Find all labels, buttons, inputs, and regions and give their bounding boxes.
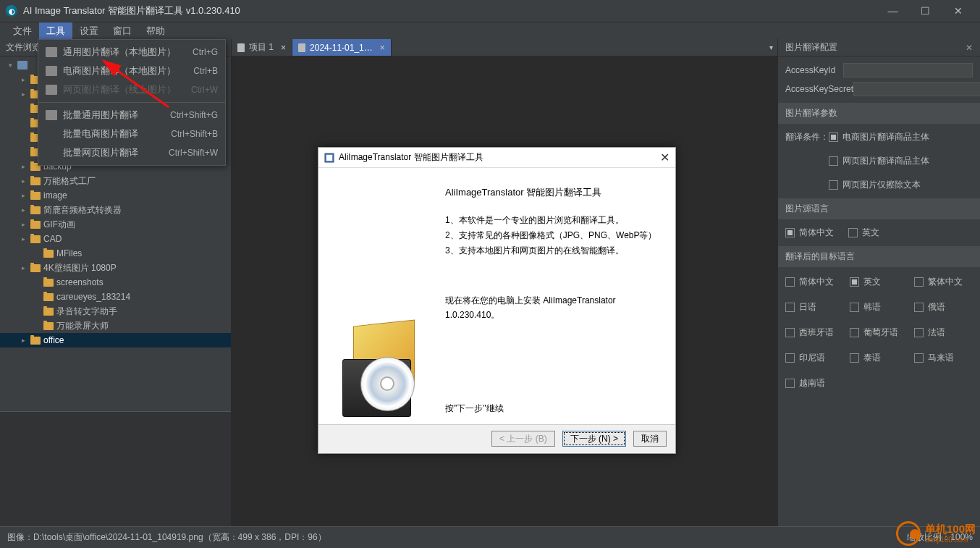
menu-item[interactable]: 通用图片翻译（本地图片）Ctrl+G (38, 43, 225, 62)
expand-icon[interactable]: ▸ (19, 337, 28, 344)
document-tab[interactable]: 项目 1× (232, 39, 292, 56)
checkbox-icon[interactable] (785, 353, 795, 363)
target-lang-option[interactable]: 泰语 (850, 349, 908, 367)
checkbox-icon[interactable] (850, 303, 859, 312)
source-lang-option[interactable]: 英文 (848, 224, 879, 242)
checkbox-icon[interactable] (829, 132, 838, 142)
installer-install-msg: 现在将在您的电脑上安装 AliImageTranslator 1.0.230.4… (445, 294, 661, 321)
folder-icon (30, 192, 41, 200)
checkbox-icon[interactable] (850, 353, 859, 363)
expand-icon[interactable]: ▸ (19, 235, 28, 243)
tree-row[interactable]: 录音转文字助手 (0, 304, 231, 319)
tree-row[interactable]: ▸office (0, 333, 231, 347)
target-lang-option[interactable]: 越南语 (785, 374, 844, 392)
target-lang-option[interactable]: 马来语 (914, 349, 973, 367)
tree-label: 4K壁纸图片 1080P (43, 262, 117, 274)
target-lang-option[interactable]: 印尼语 (785, 349, 844, 367)
access-key-secret-input[interactable] (853, 82, 980, 96)
checkbox-icon[interactable] (829, 180, 838, 190)
tree-row[interactable]: ▸4K壁纸图片 1080P (0, 261, 231, 275)
tree-row[interactable]: ▸image (0, 188, 231, 203)
menu-item[interactable]: 批量电商图片翻译Ctrl+Shift+B (38, 125, 225, 143)
tree-row[interactable]: MFiles (0, 246, 231, 261)
checkbox-icon[interactable] (785, 379, 795, 388)
target-lang-option[interactable]: 英文 (850, 273, 908, 291)
condition-option[interactable]: 网页图片仅擦除文本 (829, 176, 973, 194)
menu-窗口[interactable]: 窗口 (106, 22, 139, 40)
translate-conditions: 翻译条件： 电商图片翻译商品主体网页图片翻译商品主体网页图片仅擦除文本 (778, 124, 980, 198)
target-lang-option[interactable]: 简体中文 (785, 273, 844, 291)
drive-icon (17, 61, 28, 69)
target-lang-option[interactable]: 韩语 (850, 298, 908, 316)
app-icon: ◐ (6, 5, 17, 17)
menu-帮助[interactable]: 帮助 (139, 22, 172, 40)
expand-icon[interactable]: ▸ (19, 221, 28, 228)
tree-row[interactable]: 万能录屏大师 (0, 319, 231, 333)
menu-item[interactable]: 电商图片翻译（本地图片）Ctrl+B (38, 62, 225, 80)
expand-icon[interactable]: ▸ (19, 163, 28, 170)
minimize-button[interactable]: — (876, 0, 909, 22)
checkbox-icon[interactable] (914, 328, 924, 337)
tree-row[interactable]: screenshots (0, 275, 231, 290)
source-lang-option[interactable]: 简体中文 (785, 224, 834, 242)
menu-文件[interactable]: 文件 (6, 22, 39, 40)
target-lang-option[interactable]: 繁体中文 (914, 273, 973, 291)
tree-row[interactable]: ▸万能格式工厂 (0, 174, 231, 188)
installer-cancel-button[interactable]: 取消 (633, 431, 667, 447)
checkbox-icon[interactable] (914, 277, 924, 287)
folder-icon (30, 221, 41, 229)
checkbox-label: 繁体中文 (928, 276, 963, 288)
menu-item-icon (46, 66, 57, 76)
installer-next-button[interactable]: 下一步 (N) > (562, 431, 626, 447)
checkbox-icon[interactable] (785, 328, 795, 337)
panel-close-icon[interactable]: ✕ (966, 43, 973, 53)
tree-row[interactable]: careueyes_183214 (0, 290, 231, 304)
tab-close-icon[interactable]: × (281, 43, 286, 53)
checkbox-icon[interactable] (785, 228, 795, 237)
condition-option[interactable]: 网页图片翻译商品主体 (829, 152, 973, 170)
tree-row[interactable]: ▸简鹿音频格式转换器 (0, 203, 231, 217)
checkbox-icon[interactable] (785, 303, 795, 312)
expand-icon[interactable]: ▸ (19, 206, 28, 214)
expand-icon[interactable]: ▸ (19, 177, 28, 185)
checkbox-icon[interactable] (785, 277, 795, 287)
target-lang-option[interactable]: 法语 (914, 324, 973, 342)
menu-工具[interactable]: 工具 (39, 22, 72, 40)
tree-row[interactable]: ▸GIF动画 (0, 217, 231, 232)
panel-title: 图片翻译配置 ✕ (778, 39, 980, 56)
checkbox-icon[interactable] (850, 277, 859, 287)
expand-icon[interactable]: ▾ (6, 62, 14, 69)
target-lang-option[interactable]: 日语 (785, 298, 844, 316)
installer-close-button[interactable]: ✕ (660, 151, 669, 164)
checkbox-icon[interactable] (914, 303, 924, 312)
menu-设置[interactable]: 设置 (72, 22, 106, 40)
watermark: 单机100网 danji100.com (896, 521, 976, 546)
tab-overflow-icon[interactable]: ▾ (765, 39, 777, 56)
checkbox-icon[interactable] (850, 328, 859, 337)
watermark-logo-icon (896, 521, 921, 546)
document-tab[interactable]: 2024-11-01_1…× (292, 39, 392, 56)
menu-item-shortcut: Ctrl+Shift+W (169, 148, 218, 158)
checkbox-icon[interactable] (914, 353, 924, 363)
target-lang-option[interactable]: 俄语 (914, 298, 973, 316)
menu-item[interactable]: 批量网页图片翻译Ctrl+Shift+W (38, 143, 225, 162)
target-lang-option[interactable]: 西班牙语 (785, 324, 844, 342)
access-key-id-input[interactable] (843, 63, 973, 77)
checkbox-icon[interactable] (848, 228, 858, 237)
tree-row[interactable]: ▸CAD (0, 232, 231, 246)
expand-icon[interactable]: ▸ (19, 264, 28, 271)
expand-icon[interactable]: ▸ (19, 192, 28, 199)
checkbox-icon[interactable] (829, 156, 838, 166)
close-button[interactable]: ✕ (942, 0, 974, 22)
app-title: AI Image Translator 智能图片翻译工具 v1.0.230.41… (23, 4, 240, 17)
target-lang-option[interactable]: 葡萄牙语 (850, 324, 908, 342)
document-tabs: 项目 1×2024-11-01_1…×▾ (232, 39, 777, 56)
menu-item[interactable]: 批量通用图片翻译Ctrl+Shift+G (38, 106, 225, 125)
expand-icon[interactable]: ▸ (19, 76, 28, 83)
expand-icon[interactable]: ▸ (19, 90, 28, 98)
maximize-button[interactable]: ☐ (909, 0, 942, 22)
tree-label: office (43, 335, 64, 345)
tab-close-icon[interactable]: × (380, 43, 385, 53)
installer-prev-button: < 上一步 (B) (491, 431, 555, 447)
condition-option[interactable]: 电商图片翻译商品主体 (829, 128, 973, 146)
